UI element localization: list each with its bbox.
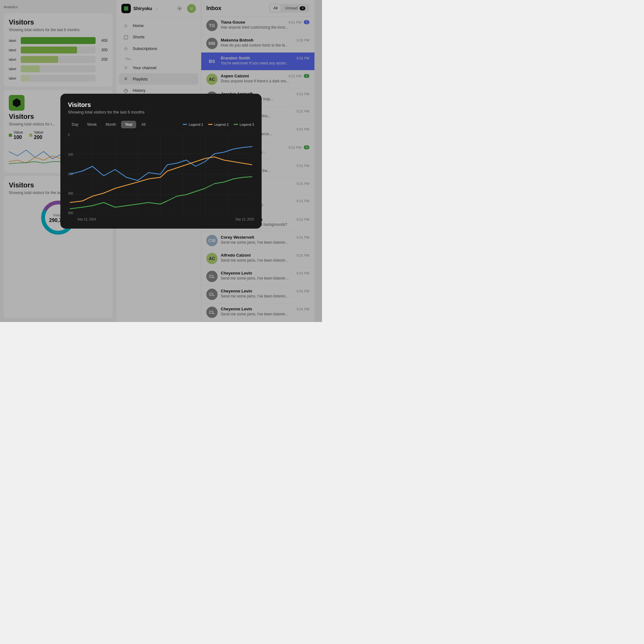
legend-item-2: Legend 2	[208, 123, 229, 126]
modal-title: Visitors	[68, 101, 145, 108]
green-chart-line	[70, 177, 252, 209]
visitors-modal: Visitors Showing total visitors for the …	[60, 94, 262, 229]
legend-item-1: Legend 1	[183, 123, 203, 126]
legend-line-2	[208, 124, 213, 125]
legend-line-3	[234, 124, 238, 125]
legend-item-3: Legend 3	[234, 123, 254, 126]
legend-label-3: Legend 3	[240, 123, 254, 126]
chart-x-labels: Sep 12, 2024 Sep 12, 2025	[68, 218, 254, 221]
x-label-start: Sep 12, 2024	[77, 218, 96, 221]
orange-chart-line	[70, 157, 252, 203]
tab-week[interactable]: Week	[83, 121, 100, 128]
main-chart-svg	[68, 133, 254, 215]
tab-day[interactable]: Day	[68, 121, 82, 128]
modal-overlay[interactable]: Visitors Showing total visitors for the …	[0, 0, 322, 322]
time-tabs: Day Week Month Year All Legend 1 Legend …	[68, 121, 254, 128]
legend-label-2: Legend 2	[214, 123, 229, 126]
legend-line-1	[183, 124, 187, 125]
chart-legends: Legend 1 Legend 2 Legend 3	[183, 123, 254, 126]
blue-chart-line	[70, 147, 252, 180]
tab-year[interactable]: Year	[121, 121, 136, 128]
chart-svg-container: Sep 12, 2024 Sep 12, 2025	[68, 133, 254, 221]
tab-all[interactable]: All	[137, 121, 149, 128]
chart-wrapper: 400 300 200 100 0	[68, 133, 254, 221]
tab-month[interactable]: Month	[102, 121, 120, 128]
legend-label-1: Legend 1	[189, 123, 203, 126]
modal-subtitle: Showing total visitors for the last 6 mo…	[68, 110, 145, 114]
x-label-end: Sep 12, 2025	[236, 218, 254, 221]
